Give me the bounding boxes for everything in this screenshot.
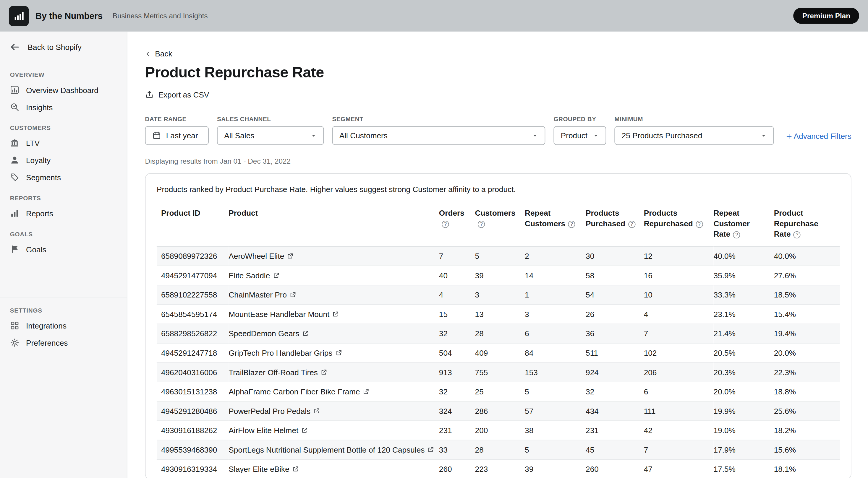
column-label: Product bbox=[228, 209, 258, 217]
product-link[interactable]: ChainMaster Pro bbox=[228, 291, 296, 299]
external-link-icon bbox=[428, 446, 434, 453]
cell-product-repurchase-rate: 19.4% bbox=[774, 324, 840, 343]
sidebar-item-insights[interactable]: Insights bbox=[0, 98, 127, 115]
section-heading-settings: SETTINGS bbox=[0, 301, 127, 317]
product-name: AirFlow Elite Helmet bbox=[228, 426, 298, 435]
product-link[interactable]: SpeedDemon Gears bbox=[228, 329, 309, 338]
cell-orders: 15 bbox=[439, 305, 475, 324]
column-label: Products Purchased bbox=[586, 209, 625, 228]
cell-repeat-customers: 84 bbox=[525, 343, 586, 363]
cell-repeat-customers: 39 bbox=[525, 459, 586, 478]
cell-products-repurchased: 10 bbox=[644, 285, 714, 305]
filter-label: DATE RANGE bbox=[145, 115, 209, 122]
filter-value: Last year bbox=[166, 131, 198, 140]
sidebar-item-label: Goals bbox=[26, 245, 46, 254]
help-icon[interactable]: ? bbox=[628, 221, 635, 228]
product-link[interactable]: AirFlow Elite Helmet bbox=[228, 426, 308, 435]
filter-label: SEGMENT bbox=[332, 115, 545, 122]
sidebar-item-integrations[interactable]: Integrations bbox=[0, 317, 127, 334]
help-icon[interactable]: ? bbox=[733, 231, 740, 238]
gear-icon bbox=[10, 338, 20, 347]
sidebar-item-goals[interactable]: Goals bbox=[0, 241, 127, 258]
filter-minimum: MINIMUM25 Products Purchased bbox=[614, 115, 774, 145]
cell-product: PowerPedal Pro Pedals bbox=[228, 401, 439, 421]
sidebar-item-reports[interactable]: Reports bbox=[0, 205, 127, 222]
sidebar-sections: OVERVIEWOverview DashboardInsightsCUSTOM… bbox=[0, 66, 127, 351]
cell-repeat-customer-rate: 17.9% bbox=[714, 440, 774, 460]
product-link[interactable]: MountEase Handlebar Mount bbox=[228, 310, 339, 319]
external-link-icon bbox=[301, 427, 308, 434]
filter-value: 25 Products Purchased bbox=[622, 131, 702, 140]
back-link[interactable]: Back bbox=[145, 48, 173, 59]
date-range-control[interactable]: Last year bbox=[145, 126, 209, 145]
sidebar-item-preferences[interactable]: Preferences bbox=[0, 334, 127, 351]
product-link[interactable]: GripTech Pro Handlebar Grips bbox=[228, 349, 342, 357]
cell-customers: 755 bbox=[475, 363, 525, 382]
product-link[interactable]: Slayer Elite eBike bbox=[228, 465, 299, 474]
sales-channel-control[interactable]: All Sales bbox=[217, 126, 324, 145]
cell-products-purchased: 45 bbox=[586, 440, 644, 460]
help-icon[interactable]: ? bbox=[442, 221, 449, 228]
cell-repeat-customers: 153 bbox=[525, 363, 586, 382]
filter-sales-channel: SALES CHANNELAll Sales bbox=[217, 115, 324, 145]
segment-control[interactable]: All Customers bbox=[332, 126, 545, 145]
help-icon[interactable]: ? bbox=[794, 231, 801, 238]
sidebar-section-reports: REPORTSReports bbox=[0, 189, 127, 221]
cell-orders: 504 bbox=[439, 343, 475, 363]
sidebar-item-overview-dashboard[interactable]: Overview Dashboard bbox=[0, 81, 127, 98]
grouped-by-control[interactable]: Product bbox=[553, 126, 606, 145]
help-icon[interactable]: ? bbox=[478, 221, 485, 228]
advanced-filters-link[interactable]: Advanced Filters bbox=[785, 132, 851, 141]
column-header-products-purchased: Products Purchased? bbox=[586, 202, 644, 246]
table-row: 4930916319334Slayer Elite eBike260223392… bbox=[157, 459, 840, 478]
cell-product: MountEase Handlebar Mount bbox=[228, 305, 439, 324]
minimum-control[interactable]: 25 Products Purchased bbox=[614, 126, 774, 145]
cell-repeat-customers: 5 bbox=[525, 440, 586, 460]
insights-icon bbox=[10, 102, 20, 112]
bar-chart-icon bbox=[10, 209, 20, 218]
table-header-row: Product IDProductOrders?Customers?Repeat… bbox=[157, 202, 840, 246]
cell-products-repurchased: 12 bbox=[644, 246, 714, 266]
cell-orders: 40 bbox=[439, 266, 475, 285]
grid-icon bbox=[10, 321, 20, 330]
product-link[interactable]: AeroWheel Elite bbox=[228, 252, 293, 261]
sidebar-item-segments[interactable]: Segments bbox=[0, 169, 127, 186]
cell-customers: 13 bbox=[475, 305, 525, 324]
section-heading-reports: REPORTS bbox=[0, 189, 127, 204]
help-icon[interactable]: ? bbox=[568, 221, 575, 228]
product-link[interactable]: Elite Saddle bbox=[228, 271, 279, 280]
back-to-shopify-link[interactable]: Back to Shopify bbox=[0, 32, 127, 63]
export-csv-button[interactable]: Export as CSV bbox=[145, 89, 209, 100]
filter-value: Product bbox=[561, 131, 587, 140]
cell-customers: 200 bbox=[475, 421, 525, 440]
product-name: TrailBlazer Off-Road Tires bbox=[228, 368, 318, 377]
product-link[interactable]: TrailBlazer Off-Road Tires bbox=[228, 368, 327, 377]
calendar-icon bbox=[152, 131, 161, 140]
filter-label: GROUPED BY bbox=[553, 115, 606, 122]
cell-customers: 39 bbox=[475, 266, 525, 285]
cell-repeat-customer-rate: 23.1% bbox=[714, 305, 774, 324]
products-table: Product IDProductOrders?Customers?Repeat… bbox=[157, 202, 840, 478]
cell-product: Slayer Elite eBike bbox=[228, 459, 439, 478]
column-header-product-repurchase-rate: Product Repurchase Rate? bbox=[774, 202, 840, 246]
results-date-note: Displaying results from Jan 01 - Dec 31,… bbox=[145, 157, 851, 165]
cell-repeat-customers: 57 bbox=[525, 401, 586, 421]
product-link[interactable]: PowerPedal Pro Pedals bbox=[228, 407, 320, 415]
product-name: AeroWheel Elite bbox=[228, 252, 284, 261]
product-link[interactable]: AlphaFrame Carbon Fiber Bike Frame bbox=[228, 387, 369, 396]
table-row: 6589102227558ChainMaster Pro431541033.3%… bbox=[157, 285, 840, 305]
cell-product: TrailBlazer Off-Road Tires bbox=[228, 363, 439, 382]
cell-product-id: 4930916319334 bbox=[157, 459, 228, 478]
cell-repeat-customer-rate: 21.4% bbox=[714, 324, 774, 343]
cell-customers: 28 bbox=[475, 324, 525, 343]
sidebar-item-ltv[interactable]: LTV bbox=[0, 134, 127, 151]
help-icon[interactable]: ? bbox=[695, 221, 703, 228]
product-name: SportLegs Nutritional Supplement Bottle … bbox=[228, 445, 425, 454]
sidebar-item-loyalty[interactable]: Loyalty bbox=[0, 151, 127, 169]
section-heading-goals: GOALS bbox=[0, 225, 127, 240]
cell-repeat-customers: 5 bbox=[525, 382, 586, 402]
cell-product-id: 6588298526822 bbox=[157, 324, 228, 343]
product-link[interactable]: SportLegs Nutritional Supplement Bottle … bbox=[228, 445, 434, 454]
cell-repeat-customer-rate: 33.3% bbox=[714, 285, 774, 305]
product-name: GripTech Pro Handlebar Grips bbox=[228, 349, 332, 357]
